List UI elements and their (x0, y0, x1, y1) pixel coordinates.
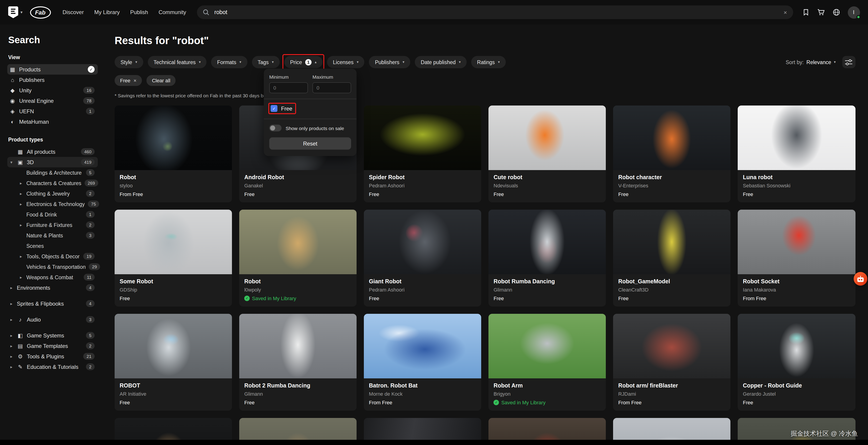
chevron-icon[interactable] (9, 333, 13, 338)
sidebar-view-item[interactable]: Publishers (7, 74, 98, 85)
sort-by-control[interactable]: Sort by: Relevance (786, 59, 836, 65)
remove-chip-icon[interactable] (133, 78, 136, 83)
maximum-price-input[interactable] (312, 82, 351, 93)
product-thumbnail[interactable] (738, 210, 855, 274)
filter-dropdown-button[interactable]: Price 1 (284, 56, 322, 68)
product-card[interactable]: ROBOT AR Initiative Free (115, 314, 232, 411)
filter-dropdown-button[interactable]: Publishers (369, 56, 410, 68)
nav-link[interactable]: Community (158, 9, 186, 15)
sidebar-type-item[interactable]: Game Systems 5 (7, 330, 98, 341)
product-card[interactable]: Robot Arm Brigyon Saved in My Library (489, 314, 606, 411)
nav-link[interactable]: My Library (94, 9, 120, 15)
product-thumbnail[interactable] (738, 314, 855, 378)
product-card[interactable]: Spider Robot Pedram Ashoori Free (364, 105, 481, 202)
chevron-icon[interactable] (9, 160, 13, 164)
sidebar-type-item[interactable]: Vehicles & Transportation 29 (17, 261, 98, 272)
product-card[interactable]: Robot 2 Rumba Dancing Glimann Free (239, 314, 356, 411)
sidebar-type-item[interactable]: Weapons & Combat 11 (17, 272, 98, 282)
sidebar-type-item[interactable]: Sprites & Flipbooks 4 (7, 298, 98, 309)
product-seller[interactable]: V-Enterprises (618, 182, 726, 189)
chevron-icon[interactable] (9, 354, 13, 358)
product-seller[interactable]: GDShip (120, 287, 227, 293)
product-thumbnail[interactable] (489, 210, 606, 274)
product-seller[interactable]: Ganakel (244, 182, 351, 189)
product-seller[interactable]: Glimann (244, 391, 351, 397)
chevron-icon[interactable] (9, 364, 13, 369)
sidebar-type-item[interactable]: Food & Drink 1 (17, 209, 98, 220)
product-seller[interactable]: AR Initiative (120, 391, 227, 397)
product-seller[interactable]: styloo (120, 182, 227, 189)
sidebar-type-item[interactable]: Game Templates 2 (7, 341, 98, 351)
product-card[interactable]: Batron. Robot Bat Morne de Kock From Fre… (364, 314, 481, 411)
epic-games-logo[interactable] (8, 6, 18, 18)
sidebar-view-item[interactable]: Products (7, 64, 98, 74)
product-seller[interactable]: l0wpoly (244, 287, 351, 293)
sidebar-type-item[interactable]: Furniture & Fixtures 2 (17, 220, 98, 230)
sidebar-type-item[interactable]: Buildings & Architecture 5 (17, 167, 98, 178)
sidebar-type-item[interactable]: Education & Tutorials 2 (7, 361, 98, 372)
chevron-icon[interactable] (9, 301, 13, 306)
nav-link[interactable]: Discover (63, 9, 84, 15)
product-seller[interactable]: Gerardo Justel (743, 391, 850, 397)
sidebar-type-item[interactable]: All products 460 (7, 147, 98, 157)
product-seller[interactable]: Morne de Kock (369, 391, 476, 397)
product-card[interactable]: Luna robot Sebastian Sosnowski Free (738, 105, 855, 202)
free-checkbox-checked[interactable] (271, 105, 277, 112)
product-seller[interactable]: Pedram Ashoori (369, 287, 476, 293)
product-seller[interactable]: Glimann (494, 287, 601, 293)
fab-logo[interactable]: Fab (30, 6, 51, 19)
chevron-icon[interactable] (19, 275, 23, 280)
product-thumbnail[interactable] (613, 210, 731, 274)
minimum-price-input[interactable] (269, 82, 308, 93)
sale-toggle[interactable] (269, 125, 281, 131)
product-card[interactable]: Giant Robot Pedram Ashoori Free (364, 210, 481, 307)
sidebar-type-item[interactable]: Scenes (17, 241, 98, 251)
sidebar-view-item[interactable]: MetaHuman (7, 117, 98, 127)
product-thumbnail[interactable] (239, 210, 356, 274)
filter-dropdown-button[interactable]: Formats (211, 56, 247, 68)
product-thumbnail[interactable] (613, 105, 731, 170)
globe-icon[interactable] (833, 9, 840, 16)
product-seller[interactable]: Brigyon (494, 391, 601, 397)
product-seller[interactable]: Ndevisuals (494, 182, 601, 189)
product-card[interactable]: Cute robot Ndevisuals Free (489, 105, 606, 202)
sidebar-view-item[interactable]: Unreal Engine 78 (7, 96, 98, 106)
search-bar[interactable]: × (197, 5, 793, 19)
chevron-icon[interactable] (9, 317, 13, 322)
avatar[interactable]: I (847, 6, 860, 19)
sidebar-type-item[interactable]: Nature & Plants 3 (17, 230, 98, 241)
filter-chip[interactable]: Clear all (147, 75, 176, 86)
sidebar-view-item[interactable]: UEFN 1 (7, 106, 98, 117)
display-settings-button[interactable] (842, 56, 855, 68)
sidebar-type-item[interactable]: Clothing & Jewelry 2 (17, 188, 98, 199)
filter-dropdown-button[interactable]: Style (115, 56, 143, 68)
sidebar-type-item[interactable]: Tools, Objects & Decor 19 (17, 251, 98, 261)
chevron-icon[interactable] (19, 223, 23, 227)
product-card[interactable]: Robot Rumba Dancing Glimann Free (489, 210, 606, 307)
chevron-icon[interactable] (19, 181, 23, 185)
search-input[interactable] (214, 9, 779, 16)
product-card[interactable]: Robot arm/ fireBlaster RJDami From Free (613, 314, 731, 411)
sidebar-type-item[interactable]: Audio 3 (7, 314, 98, 325)
sidebar-type-item[interactable]: 3D 419 (7, 157, 98, 167)
product-thumbnail[interactable] (613, 314, 731, 378)
bookmark-icon[interactable] (802, 9, 809, 16)
product-card[interactable]: Robot l0wpoly Saved in My Library (239, 210, 356, 307)
assistant-floating-button[interactable] (854, 272, 867, 286)
filter-dropdown-button[interactable]: Licenses (327, 56, 365, 68)
product-seller[interactable]: Sebastian Sosnowski (743, 182, 850, 189)
product-card[interactable]: Robot styloo From Free (115, 105, 232, 202)
product-card[interactable]: Some Robot GDShip Free (115, 210, 232, 307)
product-card[interactable]: Robot Socket Iana Makarova From Free (738, 210, 855, 307)
sidebar-type-item[interactable]: Environments 4 (7, 282, 98, 293)
product-thumbnail[interactable] (115, 105, 232, 170)
chevron-icon[interactable] (9, 344, 13, 348)
product-thumbnail[interactable] (364, 105, 481, 170)
product-thumbnail[interactable] (364, 314, 481, 378)
nav-link[interactable]: Publish (130, 9, 148, 15)
free-checkbox-row[interactable]: Free (269, 104, 295, 113)
product-thumbnail[interactable] (489, 314, 606, 378)
product-thumbnail[interactable] (115, 210, 232, 274)
product-card[interactable]: Robot character V-Enterprises Free (613, 105, 731, 202)
filter-dropdown-button[interactable]: Technical features (148, 56, 207, 68)
